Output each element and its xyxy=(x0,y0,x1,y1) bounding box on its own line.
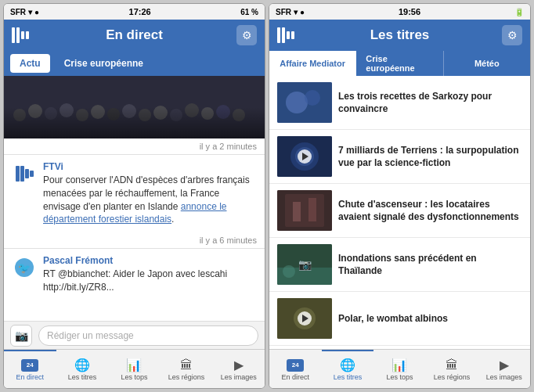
time-left: 17:26 xyxy=(129,7,151,16)
nav-les-tops-left[interactable]: 📊 Les tops xyxy=(108,350,161,388)
news-text-5: Polar, le wombat albinos xyxy=(338,312,522,325)
headline-1: Les trois recettes de Sarkozy pour conva… xyxy=(338,90,522,115)
nav-les-regions-left[interactable]: 🏛 Les régions xyxy=(161,350,213,388)
headline-3: Chute d'ascenseur : les locataires avaie… xyxy=(338,198,522,223)
right-phone: SFR ▾ ● 19:56 🔋 Les titres ⚙ Affaire Med… xyxy=(269,3,531,389)
nav-les-titres-left[interactable]: 🌐 Les titres xyxy=(56,350,109,388)
carrier-right: SFR xyxy=(276,8,291,16)
nav-label-tops-right: Les tops xyxy=(386,373,413,381)
tab-crise-left[interactable]: Crise européenne xyxy=(55,54,153,73)
tab-crise-right[interactable]: Crise européenne xyxy=(356,51,443,76)
camera-overlay-4: 📷 xyxy=(298,258,312,271)
list-item[interactable]: Chute d'ascenseur : les locataires avaie… xyxy=(269,184,530,238)
gear-button-right[interactable]: ⚙ xyxy=(502,25,522,45)
nav-label-regions-left: Les régions xyxy=(168,373,205,381)
list-item[interactable]: 📷 Inondations sans précédent en Thaïland… xyxy=(269,238,530,292)
gear-icon-left: ⚙ xyxy=(242,29,252,41)
nav-en-direct-right[interactable]: 24 En direct xyxy=(269,350,322,388)
play-overlay-2 xyxy=(298,149,312,164)
thumb-img-3 xyxy=(277,190,332,231)
tab-actu[interactable]: Actu xyxy=(10,54,50,73)
news-list-right: Les trois recettes de Sarkozy pour conva… xyxy=(269,76,530,349)
battery-left: 61 % xyxy=(240,8,258,16)
headline-2: 7 milliards de Terriens : la surpopulati… xyxy=(338,144,522,169)
status-bar-left: SFR ▾ ● 17:26 61 % xyxy=(4,4,265,20)
list-item[interactable]: Les trois recettes de Sarkozy pour conva… xyxy=(269,76,530,130)
tab-meteo[interactable]: Météo xyxy=(444,51,530,76)
input-area-left: 📷 Rédiger un message xyxy=(4,321,265,349)
news-item-ftvi: FTVi Pour conserver l'ADN d'espèces d'ar… xyxy=(4,155,265,232)
image-overlay xyxy=(4,107,265,138)
wifi-icon: ▾ xyxy=(28,8,32,16)
gear-button-left[interactable]: ⚙ xyxy=(236,25,257,45)
news-image-left xyxy=(4,76,265,138)
headline-5: Polar, le wombat albinos xyxy=(338,312,522,325)
header-left: En direct ⚙ xyxy=(4,20,265,51)
tweet-author: Pascal Frémont xyxy=(43,255,257,266)
logo-bar-1 xyxy=(12,27,15,43)
header-title-right: Les titres xyxy=(370,27,430,43)
tabs-right: Affaire Mediator Crise européenne Météo xyxy=(269,51,530,76)
time-right: 19:56 xyxy=(399,7,420,16)
left-phone: SFR ▾ ● 17:26 61 % En direct ⚙ Actu Cris… xyxy=(3,3,265,389)
ftvi-bar-3 xyxy=(25,169,29,178)
nav-label-images-left: Les images xyxy=(221,373,257,381)
play-icon-right: ▶ xyxy=(500,359,509,372)
tweet-item: 🐦 Pascal Frémont RT @bbianchet: Aider le… xyxy=(4,249,265,300)
list-item[interactable]: Polar, le wombat albinos xyxy=(269,292,530,346)
play-overlay-5 xyxy=(298,311,312,325)
tweet-body: Pascal Frémont RT @bbianchet: Aider le J… xyxy=(43,255,257,294)
svg-rect-24 xyxy=(293,202,301,221)
status-right-left: 61 % xyxy=(240,8,258,16)
logo-bar-3 xyxy=(21,31,24,39)
nav-les-regions-right[interactable]: 🏛 Les régions xyxy=(426,350,478,388)
news-text-2: 7 milliards de Terriens : la surpopulati… xyxy=(338,144,522,169)
play-icon-left: ▶ xyxy=(234,359,244,372)
tab-mediator[interactable]: Affaire Mediator xyxy=(269,51,356,76)
carrier-left: SFR xyxy=(10,8,26,16)
thumb-1 xyxy=(277,82,332,123)
play-triangle-2 xyxy=(302,153,308,160)
nav-label-en-direct-left: En direct xyxy=(16,373,45,381)
content-spacer xyxy=(4,300,265,321)
thumb-img-1 xyxy=(277,82,332,123)
nav-en-direct-left[interactable]: 24 En direct xyxy=(4,350,56,388)
nav-label-images-right: Les images xyxy=(486,373,522,381)
status-left-right: SFR ▾ ● xyxy=(276,8,305,16)
timestamp-1: il y a 2 minutes xyxy=(4,138,265,154)
thumb-bg-3 xyxy=(277,190,332,231)
svg-point-18 xyxy=(305,90,320,106)
logo-bar-2 xyxy=(16,27,20,43)
chart-icon-right: 📊 xyxy=(391,359,407,372)
nav-label-tops-left: Les tops xyxy=(121,373,147,381)
camera-button[interactable]: 📷 xyxy=(10,325,32,347)
ftvi-body: FTVi Pour conserver l'ADN d'espèces d'ar… xyxy=(43,161,257,226)
message-input-left[interactable]: Rédiger un message xyxy=(38,325,258,346)
nav-les-tops-right[interactable]: 📊 Les tops xyxy=(373,350,426,388)
nav-les-titres-right[interactable]: 🌐 Les titres xyxy=(322,350,374,388)
content-left: il y a 2 minutes FTVi Pour conserver l'A… xyxy=(4,76,265,321)
gear-icon-right: ⚙ xyxy=(507,29,518,41)
thumb-4: 📷 xyxy=(277,244,332,285)
list-item[interactable]: 7 milliards de Terriens : la surpopulati… xyxy=(269,130,530,184)
nav-les-images-right[interactable]: ▶ Les images xyxy=(478,350,530,388)
chart-icon-left: 📊 xyxy=(126,359,142,372)
regions-icon-left: 🏛 xyxy=(180,359,193,372)
twitter-icon-container: 🐦 xyxy=(12,255,37,280)
header-right: Les titres ⚙ xyxy=(269,20,530,51)
globe-icon-left: 🌐 xyxy=(74,359,90,372)
regions-icon-right: 🏛 xyxy=(446,359,458,372)
news-text-3: Chute d'ascenseur : les locataires avaie… xyxy=(338,198,522,223)
logo-bar-r2 xyxy=(282,27,285,43)
bottom-nav-right: 24 En direct 🌐 Les titres 📊 Les tops 🏛 L… xyxy=(269,349,530,388)
nav-label-en-direct-right: En direct xyxy=(282,373,310,381)
timestamp-2: il y a 6 minutes xyxy=(4,232,265,248)
ftvi-bar-1 xyxy=(16,166,20,182)
nav-label-regions-right: Les régions xyxy=(434,373,471,381)
signal-icon-right: ● xyxy=(300,8,305,16)
status-right-right: 🔋 xyxy=(514,8,524,16)
nav-les-images-left[interactable]: ▶ Les images xyxy=(212,350,265,388)
headline-4: Inondations sans précédent en Thaïlande xyxy=(338,252,522,277)
tabs-left: Actu Crise européenne xyxy=(4,51,265,76)
svg-point-17 xyxy=(286,92,308,113)
